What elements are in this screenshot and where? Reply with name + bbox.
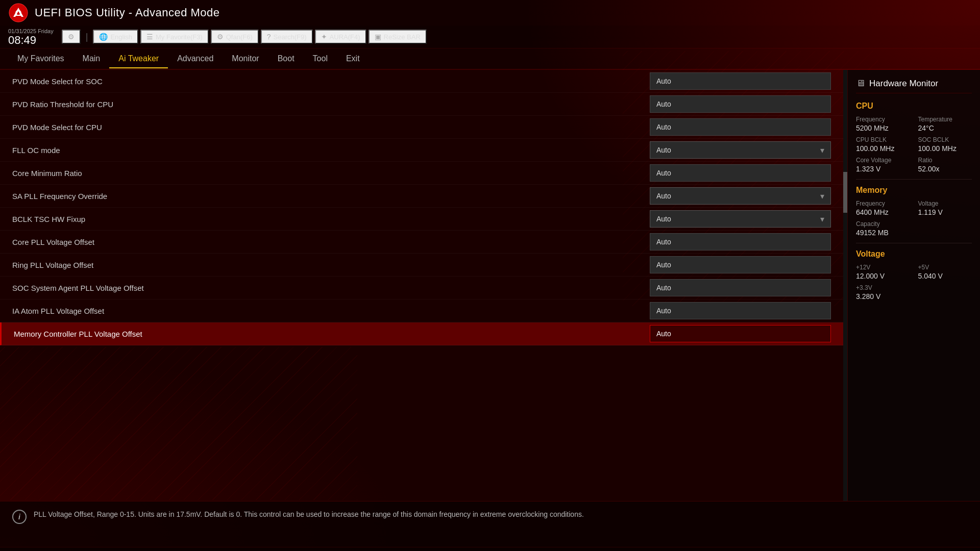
valuebox-soc-pll[interactable]: Auto [650, 279, 831, 296]
hw-mem-frequency: Frequency 6400 MHz [856, 200, 910, 216]
setting-label-core-min-ratio: Core Minimum Ratio [12, 169, 650, 178]
aura-label: AURA(F4) [330, 33, 360, 41]
nav-item-exit[interactable]: Exit [337, 50, 369, 67]
setting-value-soc-pll[interactable]: Auto [650, 279, 831, 296]
aura-button[interactable]: ✦ AURA(F4) [315, 30, 366, 44]
setting-label-fll-oc: FLL OC mode [12, 146, 650, 155]
settings-list: PVD Mode Select for SOCAutoPVD Ratio Thr… [0, 70, 843, 501]
setting-label-ia-atom-pll: IA Atom PLL Voltage Offset [12, 307, 650, 315]
favorites-icon: ☰ [146, 33, 153, 41]
setting-label-pvd-cpu-mode: PVD Mode Select for CPU [12, 123, 650, 132]
setting-row-core-pll[interactable]: Core PLL Voltage OffsetAuto [0, 231, 843, 254]
hw-5v: +5V 5.040 V [918, 264, 972, 280]
hw-divider-1 [856, 179, 972, 180]
setting-value-sa-pll[interactable]: Auto▾ [650, 187, 831, 205]
setting-row-bclk-tsc[interactable]: BCLK TSC HW FixupAuto▾ [0, 208, 843, 231]
hw-cpu-bclk: CPU BCLK 100.00 MHz [856, 136, 910, 153]
language-button[interactable]: 🌐 English [93, 30, 138, 44]
setting-value-ia-atom-pll[interactable]: Auto [650, 302, 831, 319]
info-icon: i [12, 510, 27, 524]
hw-cpu-temperature: Temperature 24°C [918, 116, 972, 132]
setting-value-pvd-cpu-ratio[interactable]: Auto [650, 95, 831, 113]
nav-menu: My Favorites Main Ai Tweaker Advanced Mo… [0, 48, 980, 70]
search-label: Search(F9) [274, 33, 307, 41]
hw-mem-capacity: Capacity 49152 MB [856, 220, 910, 237]
language-label: English [110, 33, 132, 41]
hw-core-voltage: Core Voltage 1.323 V [856, 157, 910, 173]
dropdown-bclk-tsc[interactable]: Auto▾ [650, 210, 831, 228]
scrollbar-thumb[interactable] [843, 172, 847, 213]
dropdown-sa-pll[interactable]: Auto▾ [650, 187, 831, 205]
valuebox-core-min-ratio[interactable]: Auto [650, 164, 831, 182]
setting-value-fll-oc[interactable]: Auto▾ [650, 141, 831, 159]
setting-row-ring-pll[interactable]: Ring PLL Voltage OffsetAuto [0, 254, 843, 277]
hw-soc-bclk: SOC BCLK 100.00 MHz [918, 136, 972, 153]
setting-row-core-min-ratio[interactable]: Core Minimum RatioAuto [0, 162, 843, 185]
my-favorites-button[interactable]: ☰ My Favorite(F3) [140, 30, 209, 44]
description-panel: i PLL Voltage Offset, Range 0-15. Units … [0, 501, 980, 547]
valuebox-ring-pll[interactable]: Auto [650, 256, 831, 273]
scrollbar[interactable] [843, 70, 847, 501]
hardware-monitor-panel: 🖥 Hardware Monitor CPU Frequency 5200 MH… [847, 70, 980, 501]
bottom-area: i PLL Voltage Offset, Range 0-15. Units … [0, 501, 980, 547]
asus-logo [8, 3, 29, 23]
nav-item-monitor[interactable]: Monitor [223, 50, 268, 67]
settings-container: PVD Mode Select for SOCAutoPVD Ratio Thr… [0, 70, 847, 501]
hw-memory-grid: Frequency 6400 MHz Voltage 1.119 V Capac… [856, 200, 972, 237]
page-title: UEFI BIOS Utility - Advanced Mode [35, 6, 220, 19]
setting-label-mem-ctrl-pll: Memory Controller PLL Voltage Offset [14, 330, 650, 338]
setting-value-ring-pll[interactable]: Auto [650, 256, 831, 273]
valuebox-pvd-cpu-ratio[interactable]: Auto [650, 95, 831, 113]
setting-value-pvd-cpu-mode[interactable]: Auto [650, 118, 831, 136]
hw-memory-section: Memory [856, 186, 972, 195]
settings-button[interactable]: ⚙ [62, 30, 81, 44]
setting-row-mem-ctrl-pll[interactable]: Memory Controller PLL Voltage OffsetAuto [0, 322, 843, 345]
search-button[interactable]: ? Search(F9) [261, 30, 313, 44]
setting-label-pvd-cpu-ratio: PVD Ratio Threshold for CPU [12, 100, 650, 109]
setting-value-core-pll[interactable]: Auto [650, 233, 831, 251]
aura-icon: ✦ [321, 33, 327, 41]
setting-value-mem-ctrl-pll[interactable]: Auto [650, 325, 831, 342]
setting-label-sa-pll: SA PLL Frequency Override [12, 192, 650, 201]
setting-row-pvd-cpu-ratio[interactable]: PVD Ratio Threshold for CPUAuto [0, 93, 843, 116]
setting-row-pvd-soc[interactable]: PVD Mode Select for SOCAuto [0, 70, 843, 93]
hw-voltage-section: Voltage [856, 249, 972, 259]
my-favorites-label: My Favorite(F3) [156, 33, 203, 41]
setting-label-pvd-soc: PVD Mode Select for SOC [12, 77, 650, 86]
valuebox-mem-ctrl-pll[interactable]: Auto [650, 325, 831, 342]
valuebox-ia-atom-pll[interactable]: Auto [650, 302, 831, 319]
setting-row-pvd-cpu-mode[interactable]: PVD Mode Select for CPUAuto [0, 116, 843, 139]
setting-value-core-min-ratio[interactable]: Auto [650, 164, 831, 182]
hw-monitor-title-text: Hardware Monitor [869, 79, 938, 89]
nav-item-advanced[interactable]: Advanced [168, 50, 223, 67]
globe-icon: 🌐 [99, 33, 108, 41]
setting-value-bclk-tsc[interactable]: Auto▾ [650, 210, 831, 228]
hw-divider-2 [856, 243, 972, 243]
setting-row-sa-pll[interactable]: SA PLL Frequency OverrideAuto▾ [0, 185, 843, 208]
setting-value-pvd-soc[interactable]: Auto [650, 72, 831, 90]
datetime: 01/31/2025 Friday 08:49 [8, 28, 54, 46]
valuebox-pvd-soc[interactable]: Auto [650, 72, 831, 90]
nav-item-ai-tweaker[interactable]: Ai Tweaker [109, 50, 168, 68]
setting-label-ring-pll: Ring PLL Voltage Offset [12, 261, 650, 269]
hw-33v: +3.3V 3.280 V [856, 284, 910, 300]
nav-item-my-favorites[interactable]: My Favorites [8, 50, 74, 67]
setting-row-soc-pll[interactable]: SOC System Agent PLL Voltage OffsetAuto [0, 277, 843, 299]
valuebox-pvd-cpu-mode[interactable]: Auto [650, 118, 831, 136]
qfan-button[interactable]: ⚙ Qfan(F6) [211, 30, 259, 44]
setting-label-bclk-tsc: BCLK TSC HW Fixup [12, 215, 650, 223]
nav-item-tool[interactable]: Tool [304, 50, 337, 67]
valuebox-core-pll[interactable]: Auto [650, 233, 831, 251]
dropdown-fll-oc[interactable]: Auto▾ [650, 141, 831, 159]
nav-item-boot[interactable]: Boot [268, 50, 304, 67]
resize-bar-button[interactable]: ▣ ReSize BAR [369, 30, 427, 44]
setting-row-fll-oc[interactable]: FLL OC modeAuto▾ [0, 139, 843, 162]
gear-icon: ⚙ [68, 33, 75, 41]
resize-icon: ▣ [375, 33, 381, 41]
hw-cpu-frequency: Frequency 5200 MHz [856, 116, 910, 132]
hw-12v: +12V 12.000 V [856, 264, 910, 280]
setting-row-ia-atom-pll[interactable]: IA Atom PLL Voltage OffsetAuto [0, 299, 843, 322]
nav-item-main[interactable]: Main [74, 50, 110, 67]
setting-label-core-pll: Core PLL Voltage Offset [12, 238, 650, 246]
toolbar: 01/31/2025 Friday 08:49 ⚙ | 🌐 English ☰ … [0, 26, 980, 48]
